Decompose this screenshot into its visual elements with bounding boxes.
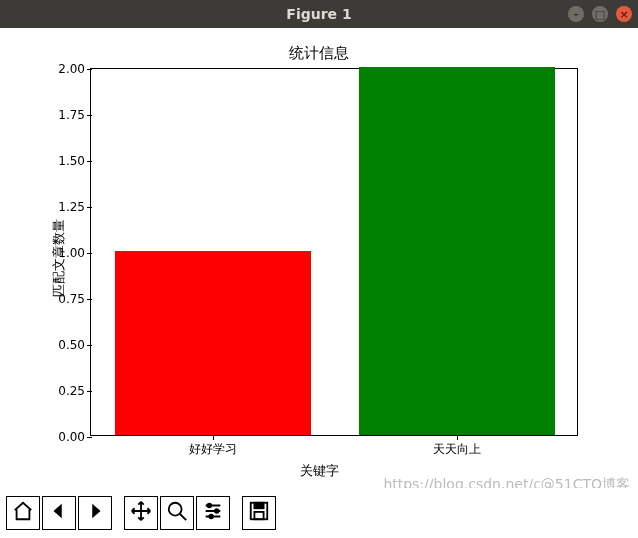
x-axis-label: 关键字: [0, 462, 638, 480]
matplotlib-toolbar: [0, 488, 638, 538]
window-minimize-button[interactable]: –: [568, 6, 584, 22]
svg-point-0: [169, 503, 182, 516]
x-tick-label: 好好学习: [189, 435, 237, 458]
toolbar-pan-button[interactable]: [124, 496, 158, 530]
toolbar-back-button[interactable]: [42, 496, 76, 530]
window-controls: – □ ×: [568, 0, 632, 28]
svg-rect-6: [254, 512, 263, 519]
sliders-icon: [202, 500, 224, 526]
figure-canvas: 统计信息 0.000.250.500.751.001.251.501.752.0…: [0, 28, 638, 488]
window-close-button[interactable]: ×: [616, 6, 632, 22]
bar: [115, 251, 310, 435]
window-title: Figure 1: [286, 6, 351, 22]
y-tick-label: 0.50: [58, 338, 91, 352]
svg-point-3: [209, 515, 213, 519]
x-tick-label: 天天向上: [433, 435, 481, 458]
svg-point-2: [215, 509, 219, 513]
plot-axes: 0.000.250.500.751.001.251.501.752.00好好学习…: [90, 68, 578, 436]
toolbar-configure-button[interactable]: [196, 496, 230, 530]
y-tick-label: 1.25: [58, 200, 91, 214]
chart-title: 统计信息: [0, 44, 638, 63]
y-tick-label: 0.00: [58, 430, 91, 444]
arrow-right-icon: [84, 500, 106, 526]
toolbar-forward-button[interactable]: [78, 496, 112, 530]
window-titlebar: Figure 1 – □ ×: [0, 0, 638, 28]
window-maximize-button[interactable]: □: [592, 6, 608, 22]
bar: [359, 67, 554, 435]
y-tick-label: 2.00: [58, 62, 91, 76]
arrow-left-icon: [48, 500, 70, 526]
y-tick-label: 0.25: [58, 384, 91, 398]
home-icon: [12, 500, 34, 526]
save-icon: [248, 500, 270, 526]
toolbar-zoom-button[interactable]: [160, 496, 194, 530]
toolbar-home-button[interactable]: [6, 496, 40, 530]
y-axis-label: 匹配文章数量: [50, 219, 68, 297]
y-tick-label: 1.75: [58, 108, 91, 122]
y-tick-label: 1.50: [58, 154, 91, 168]
svg-rect-5: [254, 503, 263, 509]
move-icon: [130, 500, 152, 526]
zoom-icon: [166, 500, 188, 526]
toolbar-save-button[interactable]: [242, 496, 276, 530]
svg-point-1: [208, 504, 212, 508]
